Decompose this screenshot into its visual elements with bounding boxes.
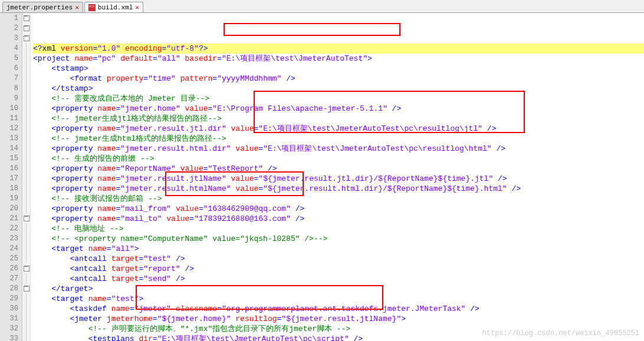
line-number: 19 (0, 194, 18, 204)
fold-line (26, 303, 30, 313)
fold-line (26, 223, 30, 233)
code-line[interactable]: <!-- 生成的报告的前缀 --> (33, 154, 644, 164)
line-number: 24 (0, 244, 18, 254)
line-number: 29 (0, 294, 18, 304)
line-number: 11 (0, 114, 18, 124)
fold-line (26, 193, 30, 203)
code-line[interactable]: <target name="test"> (33, 294, 644, 304)
fold-line (26, 83, 30, 93)
code-line[interactable]: <property name="mail_to" value="17839216… (33, 214, 644, 224)
fold-gutter (22, 13, 31, 341)
code-line[interactable]: <project name="pc" default="all" basedir… (33, 54, 644, 64)
line-number: 30 (0, 304, 18, 314)
fold-line (26, 243, 30, 253)
line-number: 12 (0, 124, 18, 134)
code-line[interactable]: <property name="jmeter.result.jtl.dir" v… (33, 124, 644, 134)
line-number: 8 (0, 84, 18, 94)
tab-label: jmeter.properties (6, 4, 73, 11)
line-number: 7 (0, 74, 18, 84)
fold-toggle-icon[interactable] (22, 263, 30, 273)
code-line[interactable]: <!-- jmeter生成html格式的结果报告的路径--> (33, 134, 644, 144)
fold-line (26, 293, 30, 303)
close-icon[interactable]: ✕ (75, 4, 79, 11)
code-area[interactable]: https://blog.csdn.net/weixin_49855251 <?… (31, 13, 644, 341)
line-number: 10 (0, 104, 18, 114)
fold-line (26, 93, 30, 103)
line-number: 1 (0, 14, 18, 24)
code-line[interactable]: <!-- <property name="ComputerName" value… (33, 234, 644, 244)
fold-line (26, 233, 30, 243)
close-icon[interactable]: ✕ (135, 4, 139, 11)
code-line[interactable]: </tstamp> (33, 84, 644, 94)
code-line[interactable]: <!-- 需要改成自己本地的 Jmeter 目录--> (33, 94, 644, 104)
line-number: 25 (0, 254, 18, 264)
code-line[interactable]: <property name="jmeter.result.html.dir" … (33, 144, 644, 154)
fold-line (26, 103, 30, 113)
fold-line (26, 163, 30, 173)
line-number: 18 (0, 184, 18, 194)
code-line[interactable]: <!-- 电脑地址 --> (33, 224, 644, 234)
watermark: https://blog.csdn.net/weixin_49855251 (482, 329, 639, 339)
tab-bar: jmeter.properties ✕ build.xml ✕ (0, 0, 644, 13)
line-number: 9 (0, 94, 18, 104)
code-line[interactable]: <property name="jmeter.home" value="E:\P… (33, 104, 644, 114)
code-line[interactable]: <?xml version="1.0" encoding="utf-8"?> (33, 44, 644, 54)
line-number: 26 (0, 264, 18, 274)
line-number: 23 (0, 234, 18, 244)
line-number: 17 (0, 174, 18, 184)
line-number: 14 (0, 144, 18, 154)
tab-build-xml[interactable]: build.xml ✕ (84, 2, 143, 12)
fold-line (26, 173, 30, 183)
fold-line (26, 43, 30, 53)
code-line[interactable]: <jmeter jmeterhome="${jmeter.home}" resu… (33, 314, 644, 324)
fold-toggle-icon[interactable] (22, 213, 30, 223)
code-line[interactable]: <taskdef name="jmeter" classname="org.pr… (33, 304, 644, 314)
code-line[interactable]: <format property="time" pattern="yyyyMMd… (33, 74, 644, 84)
tab-jmeter-properties[interactable]: jmeter.properties ✕ (2, 2, 83, 12)
line-number: 33 (0, 334, 18, 341)
code-line[interactable]: <!-- jmeter生成jtl格式的结果报告的路径--> (33, 114, 644, 124)
line-number: 32 (0, 324, 18, 334)
line-number: 5 (0, 54, 18, 64)
fold-line (26, 183, 30, 193)
fold-line (26, 313, 30, 323)
line-number: 21 (0, 214, 18, 224)
line-number: 20 (0, 204, 18, 214)
code-line[interactable]: <target name="all"> (33, 244, 644, 254)
line-number: 2 (0, 24, 18, 34)
line-number: 13 (0, 134, 18, 144)
code-line[interactable]: <property name="jmeter.result.jtlName" v… (33, 174, 644, 184)
code-line[interactable]: <antcall target="report" /> (33, 264, 644, 274)
fold-toggle-icon[interactable] (22, 33, 30, 43)
code-line[interactable]: <property name="mail_from" value="163846… (33, 204, 644, 214)
line-number: 16 (0, 164, 18, 174)
fold-line (26, 63, 30, 73)
tab-label: build.xml (98, 4, 133, 11)
code-line[interactable]: <property name="jmeter.result.htmlName" … (33, 184, 644, 194)
fold-line (26, 53, 30, 63)
fold-line (26, 323, 30, 333)
line-number: 6 (0, 64, 18, 74)
fold-line (26, 113, 30, 123)
fold-line (26, 153, 30, 163)
code-line[interactable]: <antcall target="send" /> (33, 274, 644, 284)
line-number: 28 (0, 284, 18, 294)
fold-line (26, 143, 30, 153)
line-number: 22 (0, 224, 18, 234)
editor: 1234567891011121314151617181920212223242… (0, 13, 644, 341)
fold-toggle-icon[interactable] (22, 283, 30, 293)
line-number: 27 (0, 274, 18, 284)
code-line[interactable]: <antcall target="test" /> (33, 254, 644, 264)
xml-file-icon (88, 4, 96, 11)
fold-line (26, 73, 30, 83)
fold-line (26, 333, 30, 341)
line-gutter: 1234567891011121314151617181920212223242… (0, 13, 22, 341)
code-line[interactable]: </target> (33, 284, 644, 294)
code-line[interactable]: <!-- 接收测试报告的邮箱 --> (33, 194, 644, 204)
line-number: 31 (0, 314, 18, 324)
line-number: 3 (0, 34, 18, 44)
fold-line (26, 123, 30, 133)
code-line[interactable]: <tstamp> (33, 64, 644, 74)
fold-line (26, 133, 30, 143)
code-line[interactable]: <property name="ReportName" value="TestR… (33, 164, 644, 174)
